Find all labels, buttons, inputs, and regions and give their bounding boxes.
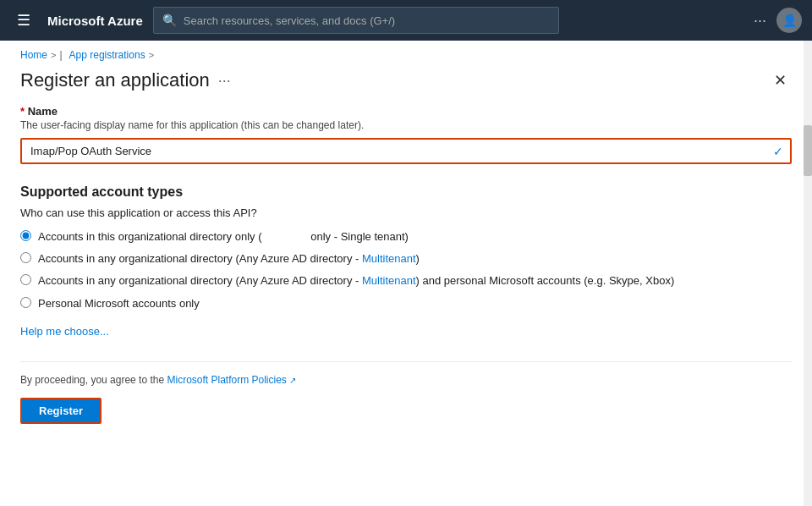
breadcrumb-pipe: | bbox=[59, 49, 62, 61]
name-label: * Name bbox=[20, 105, 792, 118]
breadcrumb-sep1: > bbox=[51, 50, 56, 60]
policy-prefix: By proceeding, you agree to the bbox=[20, 374, 164, 386]
breadcrumb: Home > | App registrations > bbox=[0, 41, 812, 64]
radio-label-2: Accounts in any organizational directory… bbox=[38, 251, 420, 267]
account-types-section: Supported account types Who can use this… bbox=[20, 184, 792, 355]
external-link-icon: ↗ bbox=[289, 376, 296, 385]
account-types-heading: Supported account types bbox=[20, 184, 792, 200]
multitenant-label-3: Multitenant bbox=[362, 274, 416, 287]
topbar: ☰ Microsoft Azure 🔍 ··· 👤 bbox=[0, 0, 812, 41]
search-icon: 🔍 bbox=[162, 14, 177, 27]
scrollbar-track[interactable] bbox=[804, 41, 812, 506]
breadcrumb-app-registrations[interactable]: App registrations bbox=[69, 49, 145, 61]
policy-link[interactable]: Microsoft Platform Policies ↗ bbox=[167, 374, 296, 386]
name-description: The user-facing display name for this ap… bbox=[20, 119, 792, 131]
policy-text: By proceeding, you agree to the Microsof… bbox=[20, 374, 792, 386]
panel: Home > | App registrations > Register an… bbox=[0, 41, 812, 506]
search-bar[interactable]: 🔍 bbox=[153, 7, 559, 34]
radio-input-2[interactable] bbox=[20, 252, 31, 263]
radio-label-3: Accounts in any organizational directory… bbox=[38, 273, 674, 289]
name-input-wrapper: ✓ bbox=[20, 138, 792, 164]
search-input[interactable] bbox=[184, 14, 550, 27]
radio-option-2[interactable]: Accounts in any organizational directory… bbox=[20, 251, 792, 267]
breadcrumb-home[interactable]: Home bbox=[20, 49, 47, 61]
footer-section: By proceeding, you agree to the Microsof… bbox=[20, 374, 792, 424]
name-label-text: Name bbox=[28, 105, 58, 118]
radio-option-1[interactable]: Accounts in this organizational director… bbox=[20, 229, 792, 245]
close-button[interactable]: ✕ bbox=[769, 69, 792, 91]
radio-input-1[interactable] bbox=[20, 230, 31, 241]
multitenant-label-2: Multitenant bbox=[362, 252, 416, 265]
required-asterisk: * bbox=[20, 105, 25, 118]
brand-name: Microsoft Azure bbox=[47, 14, 143, 28]
account-types-subheading: Who can use this application or access t… bbox=[20, 206, 792, 219]
radio-group: Accounts in this organizational director… bbox=[20, 229, 792, 311]
topbar-right: ··· 👤 bbox=[754, 8, 802, 33]
policy-link-text: Microsoft Platform Policies bbox=[167, 374, 286, 386]
radio-label-4: Personal Microsoft accounts only bbox=[38, 296, 200, 311]
help-link[interactable]: Help me choose... bbox=[20, 325, 109, 338]
radio-option-3[interactable]: Accounts in any organizational directory… bbox=[20, 273, 792, 289]
main-wrapper: Home > | App registrations > Register an… bbox=[0, 41, 812, 506]
tenant-name bbox=[261, 230, 307, 243]
breadcrumb-sep2: > bbox=[149, 50, 154, 60]
radio-label-1: Accounts in this organizational director… bbox=[38, 229, 409, 245]
radio-input-4[interactable] bbox=[20, 297, 31, 308]
radio-option-4[interactable]: Personal Microsoft accounts only bbox=[20, 296, 792, 311]
name-section: * Name The user-facing display name for … bbox=[20, 105, 792, 164]
page-title-row: Register an application ··· ✕ bbox=[0, 64, 812, 105]
divider bbox=[20, 361, 792, 362]
panel-content: * Name The user-facing display name for … bbox=[0, 105, 812, 424]
register-button[interactable]: Register bbox=[20, 398, 102, 424]
page-options-icon[interactable]: ··· bbox=[218, 72, 231, 90]
hamburger-icon[interactable]: ☰ bbox=[10, 8, 37, 33]
avatar[interactable]: 👤 bbox=[776, 8, 802, 33]
name-input[interactable] bbox=[22, 140, 773, 162]
topbar-more-icon[interactable]: ··· bbox=[754, 12, 766, 30]
radio-input-3[interactable] bbox=[20, 274, 31, 285]
page-title: Register an application bbox=[20, 69, 210, 91]
input-valid-icon: ✓ bbox=[773, 145, 790, 158]
scrollbar-thumb[interactable] bbox=[804, 125, 812, 176]
